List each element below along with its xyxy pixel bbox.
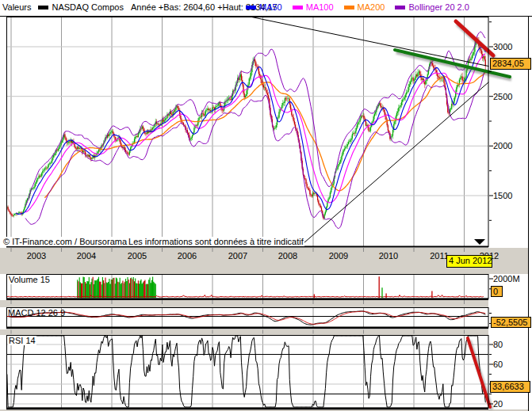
x-axis-year-label: 2010 [374,251,403,261]
x-axis-year-label: 2003 [22,251,51,261]
rsi-value-box: 33,6633 [490,381,530,393]
x-axis-year-label: 2007 [224,251,252,261]
chart-graphics[interactable] [0,0,532,411]
legend-label-ma200: MA200 [358,2,385,12]
rsi-panel-label[interactable]: RSI 14 [8,336,36,345]
volume-value-box: 0 [491,286,503,297]
volume-axis-label: 2000M [493,274,530,284]
ma50-line [16,48,485,215]
legend-item-ma100[interactable]: MA100 [293,2,334,12]
x-axis-year-label: 2009 [324,251,353,261]
trendline-rsi-red-annotation[interactable] [468,338,490,407]
macd-value-box: -52,5505 [491,317,531,328]
volume-bars [7,276,484,298]
rsi-axis-label: 80 [493,340,530,349]
ma50-swatch-icon [246,6,256,10]
legend-label-bollinger: Bollinger 20 2.0 [408,2,469,12]
legend-item-bollinger[interactable]: Bollinger 20 2.0 [395,2,469,12]
last-price-box: 2834,05 [490,58,531,70]
price-axis-label: 1500 [493,191,530,200]
bollinger-lower-line [25,70,485,228]
legend-item-ma200[interactable]: MA200 [344,2,385,12]
volume-panel-label[interactable]: Volume 15 [8,275,51,284]
bollinger-swatch-icon [395,6,405,10]
legend-item-ma50[interactable]: MA50 [246,2,282,12]
scroll-marker-triangle[interactable] [474,239,485,245]
rsi-axis-label: 20 [493,399,530,409]
price-axis-label: 3000 [493,42,530,51]
charting-app: Valeurs NASDAQ Compos Année +Bas: 2604,6… [0,0,532,411]
x-axis-year-label: 2008 [274,251,302,261]
ma100-swatch-icon [293,6,303,10]
legend-label-ma50: MA50 [259,2,282,12]
series-legend-item[interactable]: NASDAQ Compos [38,2,123,12]
trendline-ascending-support[interactable] [304,82,488,243]
copyright-disclaimer: © IT-Finance.com / BoursoramaLes informa… [2,237,304,246]
trendline-descending-resistance[interactable] [250,17,488,67]
disclaimer-text: Les informations sont données à titre in… [128,237,304,246]
series-swatch-icon [38,6,48,10]
price-axis-label: 2500 [493,92,530,101]
x-axis-year-label: 2004 [72,251,101,261]
x-axis-year-label: 2005 [123,251,151,261]
macd-panel-label[interactable]: MACD 12 26 9 [8,308,65,318]
series-name: NASDAQ Compos [52,2,123,12]
last-date-box: 4 Jun 2012 [446,255,492,268]
x-axis-year-label: 2006 [173,251,201,261]
price-axis-label: 2000 [493,141,530,150]
values-menu[interactable]: Valeurs [2,2,31,12]
header-bar: Valeurs NASDAQ Compos Année +Bas: 2604,6… [0,0,532,17]
copyright-text: © IT-Finance.com / Boursorama [2,237,128,246]
rsi-axis-label: 60 [493,360,530,369]
ma200-swatch-icon [344,6,354,10]
legend-label-ma100: MA100 [306,2,334,12]
ma200-line [44,73,485,198]
